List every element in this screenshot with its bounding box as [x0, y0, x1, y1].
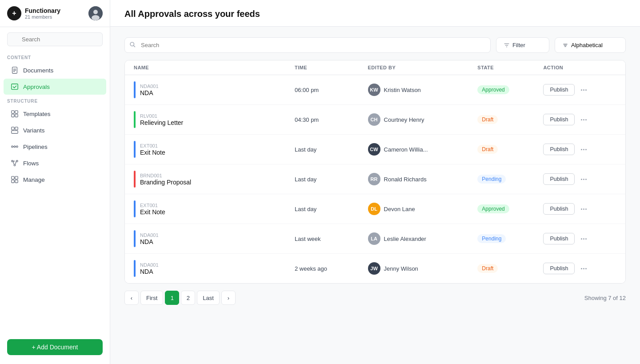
svg-rect-26 [15, 176, 18, 179]
row-name: Exit Note [140, 149, 165, 156]
svg-rect-10 [12, 111, 14, 113]
more-button[interactable] [579, 88, 588, 92]
name-cell: NDA001 NDA [134, 81, 295, 98]
publish-button[interactable]: Publish [543, 203, 575, 215]
name-cell: EXT001 Exit Note [134, 141, 295, 158]
editor-avatar: CH [368, 113, 380, 126]
more-button[interactable] [579, 117, 588, 122]
sidebar-item-documents-label: Documents [23, 67, 53, 74]
more-button[interactable] [579, 266, 588, 271]
publish-button[interactable]: Publish [543, 233, 575, 244]
svg-rect-9 [12, 84, 18, 90]
table-row: BRND001 Branding Proposal Last day RR Ro… [125, 164, 625, 194]
editor-cell: DL Devon Lane [368, 203, 478, 215]
state-badge: Approved [477, 204, 509, 213]
row-code: NDA001 [140, 84, 159, 89]
sidebar-item-flows[interactable]: Flows [4, 155, 106, 171]
sidebar-item-documents[interactable]: Documents [4, 62, 106, 78]
main-header: All Approvals across your feeds [110, 0, 640, 27]
prev-button[interactable]: ‹ [124, 291, 139, 305]
row-name: Exit Note [140, 208, 165, 216]
editor-avatar: DL [368, 203, 380, 215]
sidebar-item-approvals-label: Approvals [23, 84, 50, 90]
dot1 [581, 179, 582, 180]
first-button[interactable]: First [140, 291, 163, 305]
sidebar-item-pipelines[interactable]: Pipelines [4, 139, 106, 155]
editor-name: Leslie Alexander [384, 236, 426, 242]
sort-button[interactable]: Alphabetical [555, 37, 626, 53]
sidebar-footer: + Add Document [0, 334, 110, 364]
page-1-button[interactable]: 1 [165, 291, 179, 305]
sidebar-search-input[interactable] [7, 32, 103, 46]
action-cell: Publish [543, 144, 616, 155]
col-edited-by: EDITED BY [368, 65, 478, 70]
page-2-button[interactable]: 2 [181, 291, 195, 305]
brand-name: Functionary [25, 7, 60, 14]
dot1 [581, 208, 582, 210]
sidebar-item-approvals[interactable]: Approvals [4, 79, 106, 95]
filter-icon [504, 42, 510, 48]
editor-name: Jenny Wilson [384, 265, 418, 272]
avatar[interactable] [88, 6, 103, 20]
sidebar-nav: CONTENT Documents Approvals STRUCTURE Te… [0, 52, 110, 334]
table-row: EXT001 Exit Note Last day DL Devon Lane … [125, 194, 625, 224]
svg-rect-27 [12, 180, 14, 183]
dot1 [581, 119, 582, 120]
svg-point-24 [14, 164, 16, 166]
row-name: Relieving Letter [140, 119, 183, 126]
pipelines-icon [11, 143, 19, 151]
more-button[interactable] [579, 207, 588, 212]
dot2 [583, 208, 584, 210]
time-cell: Last week [295, 236, 368, 242]
svg-rect-16 [12, 131, 18, 133]
sidebar-item-templates[interactable]: Templates [4, 106, 106, 122]
add-document-button[interactable]: + Add Document [7, 339, 103, 355]
editor-name: Devon Lane [384, 206, 415, 212]
action-cell: Publish [543, 173, 616, 185]
brand: + Functionary 21 members [7, 6, 60, 20]
publish-button[interactable]: Publish [543, 84, 575, 96]
svg-rect-12 [12, 114, 14, 117]
row-name: NDA [140, 268, 159, 275]
table-row: NDA001 NDA Last week LA Leslie Alexander… [125, 224, 625, 254]
dot1 [581, 238, 582, 240]
time-cell: Last day [295, 206, 368, 212]
publish-button[interactable]: Publish [543, 173, 575, 185]
sidebar-item-pipelines-label: Pipelines [23, 144, 48, 150]
publish-button[interactable]: Publish [543, 114, 575, 125]
next-button[interactable]: › [221, 291, 236, 305]
sidebar-item-variants[interactable]: Variants [4, 122, 106, 138]
sidebar-item-variants-label: Variants [23, 127, 45, 134]
action-cell: Publish [543, 84, 616, 96]
last-button[interactable]: Last [197, 291, 220, 305]
svg-point-17 [12, 146, 13, 148]
more-button[interactable] [579, 177, 588, 182]
row-code: EXT001 [140, 143, 165, 148]
name-info: NDA001 NDA [140, 232, 159, 245]
main-search-input[interactable] [124, 37, 491, 53]
more-button[interactable] [579, 236, 588, 241]
toolbar-search-wrap [124, 37, 491, 53]
publish-button[interactable]: Publish [543, 263, 575, 274]
dot3 [585, 149, 587, 150]
editor-cell: JW Jenny Wilson [368, 262, 478, 275]
brand-members: 21 members [25, 14, 60, 20]
filter-button[interactable]: Filter [496, 37, 549, 53]
sidebar-search-wrap [0, 27, 110, 52]
editor-avatar: JW [368, 262, 380, 275]
publish-button[interactable]: Publish [543, 144, 575, 155]
state-cell: Pending [477, 175, 543, 184]
col-action: ACTION [543, 65, 616, 70]
sidebar-item-manage[interactable]: Manage [4, 172, 106, 188]
row-name: NDA [140, 89, 159, 96]
approvals-icon [11, 83, 19, 91]
toolbar-search-icon [129, 41, 136, 49]
editor-avatar: LA [368, 232, 380, 245]
row-code: EXT001 [140, 203, 165, 208]
row-code: NDA001 [140, 232, 159, 238]
state-cell: Draft [477, 264, 543, 273]
showing-info: Showing 7 of 12 [584, 295, 626, 301]
more-button[interactable] [579, 147, 588, 152]
row-indicator [134, 111, 136, 128]
editor-cell: CH Courtney Henry [368, 113, 478, 126]
